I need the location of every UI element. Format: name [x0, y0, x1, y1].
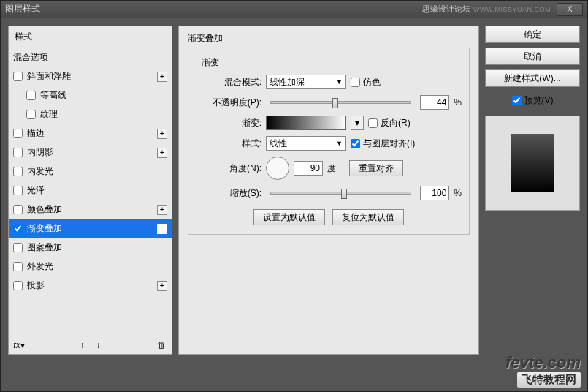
right-panel: 确定 取消 新建样式(W)... 预览(V)	[485, 26, 580, 355]
style-row-9[interactable]: 图案叠加	[9, 238, 172, 257]
style-row-6[interactable]: 光泽	[9, 181, 172, 200]
watermark: fevte.com 飞特教程网	[505, 353, 581, 388]
style-checkbox[interactable]	[13, 281, 23, 290]
watermark-line1: fevte.com	[505, 353, 581, 372]
reverse-label: 反向(R)	[381, 117, 411, 129]
expand-icon[interactable]: +	[157, 72, 167, 82]
trash-icon[interactable]: 🗑	[156, 339, 167, 351]
style-row-11[interactable]: 投影+	[9, 276, 172, 295]
gradient-fieldset: 渐变 混合模式: 线性加深 ▼ 仿色 不透明度(P):	[188, 48, 470, 235]
close-button[interactable]: X	[557, 3, 583, 16]
expand-icon[interactable]: +	[157, 205, 167, 215]
chevron-down-icon: ▼	[336, 78, 343, 86]
expand-icon[interactable]: +	[157, 224, 167, 234]
style-row-2[interactable]: 纹理	[9, 105, 172, 124]
style-checkbox[interactable]	[26, 110, 36, 119]
style-label: 光泽	[27, 184, 45, 197]
dither-checkbox[interactable]: 仿色	[351, 76, 381, 88]
reset-default-button[interactable]: 复位为默认值	[332, 209, 404, 225]
align-checkbox[interactable]: 与图层对齐(I)	[351, 137, 415, 150]
percent-label-2: %	[454, 188, 462, 198]
scale-label: 缩放(S):	[196, 187, 261, 200]
style-select[interactable]: 线性 ▼	[266, 136, 346, 151]
fx-icon[interactable]: fx▾	[13, 339, 25, 351]
expand-icon[interactable]: +	[157, 129, 167, 139]
style-label: 斜面和浮雕	[27, 70, 71, 83]
dither-label: 仿色	[363, 76, 381, 88]
new-style-button[interactable]: 新建样式(W)...	[485, 69, 580, 87]
style-row-0[interactable]: 斜面和浮雕+	[9, 67, 172, 86]
preview-checkbox[interactable]: 预览(V)	[485, 94, 580, 107]
style-checkbox[interactable]	[13, 243, 23, 252]
align-input[interactable]	[351, 139, 360, 148]
opacity-label: 不透明度(P):	[196, 97, 261, 109]
up-icon[interactable]: ↑	[77, 339, 88, 351]
style-label: 纹理	[40, 108, 58, 121]
style-row-10[interactable]: 外发光	[9, 257, 172, 276]
expand-icon[interactable]: +	[157, 281, 167, 291]
gradient-swatch[interactable]	[266, 116, 346, 130]
scale-input[interactable]	[420, 186, 449, 200]
style-label: 渐变叠加	[27, 222, 62, 235]
blending-options-row[interactable]: 混合选项	[9, 48, 172, 67]
window-title: 图层样式	[5, 3, 422, 15]
style-value: 线性	[270, 137, 287, 150]
gradient-label: 渐变:	[196, 117, 261, 129]
style-checkbox[interactable]	[13, 262, 23, 271]
style-checkbox[interactable]	[26, 91, 36, 100]
preview-swatch	[511, 134, 554, 192]
opacity-slider[interactable]	[270, 101, 411, 104]
dither-input[interactable]	[351, 78, 360, 87]
layer-style-dialog: 图层样式 思缘设计论坛 WWW.MISSYUAN.COM X 样式 混合选项 斜…	[0, 0, 588, 392]
style-checkbox[interactable]	[13, 148, 23, 157]
degree-label: 度	[327, 162, 336, 175]
titlebar: 图层样式 思缘设计论坛 WWW.MISSYUAN.COM X	[1, 1, 587, 18]
style-label: 内发光	[27, 165, 53, 178]
reset-align-button[interactable]: 重置对齐	[349, 160, 403, 176]
scale-slider[interactable]	[270, 192, 411, 195]
styles-header: 样式	[9, 26, 172, 48]
style-checkbox[interactable]	[13, 186, 23, 195]
section-title: 渐变叠加	[188, 32, 470, 45]
styles-footer: fx▾ ↑ ↓ 🗑	[9, 336, 172, 354]
gradient-picker-arrow[interactable]: ▾	[351, 116, 364, 130]
dialog-content: 样式 混合选项 斜面和浮雕+等高线纹理描边+内阴影+内发光光泽颜色叠加+渐变叠加…	[1, 18, 587, 362]
angle-input[interactable]	[294, 161, 323, 176]
style-row-7[interactable]: 颜色叠加+	[9, 200, 172, 219]
style-checkbox[interactable]	[13, 205, 23, 214]
blend-mode-label: 混合模式:	[196, 76, 261, 88]
style-checkbox[interactable]	[13, 224, 23, 233]
preview-input[interactable]	[512, 96, 522, 105]
style-checkbox[interactable]	[13, 129, 23, 138]
fieldset-title: 渐变	[199, 56, 222, 69]
cancel-button[interactable]: 取消	[485, 48, 580, 65]
set-default-button[interactable]: 设置为默认值	[253, 209, 325, 225]
down-icon[interactable]: ↓	[93, 339, 104, 351]
style-row-5[interactable]: 内发光	[9, 162, 172, 181]
reverse-checkbox[interactable]: 反向(R)	[368, 117, 411, 129]
watermark-line2: 飞特教程网	[517, 372, 581, 388]
styles-panel: 样式 混合选项 斜面和浮雕+等高线纹理描边+内阴影+内发光光泽颜色叠加+渐变叠加…	[8, 26, 172, 355]
angle-dial[interactable]	[266, 157, 289, 180]
style-label: 颜色叠加	[27, 203, 62, 216]
style-label: 描边	[27, 127, 45, 140]
scale-thumb[interactable]	[341, 189, 347, 199]
style-checkbox[interactable]	[13, 167, 23, 176]
opacity-input[interactable]	[420, 95, 449, 110]
style-row-3[interactable]: 描边+	[9, 124, 172, 143]
expand-icon[interactable]: +	[157, 148, 167, 158]
style-row-4[interactable]: 内阴影+	[9, 143, 172, 162]
blend-mode-value: 线性加深	[270, 76, 305, 88]
blend-mode-select[interactable]: 线性加深 ▼	[266, 75, 346, 89]
style-label: 内阴影	[27, 146, 53, 159]
style-checkbox[interactable]	[13, 72, 23, 81]
style-label: 外发光	[27, 260, 53, 273]
align-label: 与图层对齐(I)	[363, 137, 415, 150]
style-row-1[interactable]: 等高线	[9, 86, 172, 105]
style-label: 投影	[27, 279, 45, 292]
preview-box	[485, 116, 580, 211]
opacity-thumb[interactable]	[332, 98, 338, 108]
ok-button[interactable]: 确定	[485, 26, 580, 43]
style-row-8[interactable]: 渐变叠加+	[9, 219, 172, 238]
reverse-input[interactable]	[368, 118, 378, 128]
